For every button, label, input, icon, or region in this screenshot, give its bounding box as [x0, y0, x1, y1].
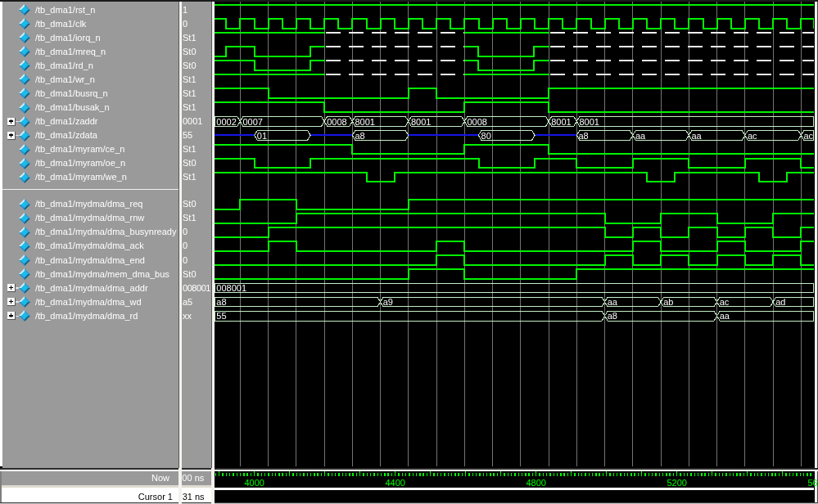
svg-text:4000: 4000 — [244, 478, 264, 488]
svg-text:008001: 008001 — [216, 283, 246, 293]
svg-text:80: 80 — [481, 131, 490, 141]
svg-text:a8: a8 — [355, 131, 364, 141]
svg-text:01: 01 — [256, 131, 266, 141]
svg-text:aa: aa — [691, 131, 702, 141]
svg-text:aa: aa — [607, 297, 617, 307]
svg-text:4800: 4800 — [526, 478, 545, 488]
svg-text:0008: 0008 — [327, 117, 346, 127]
svg-text:4400: 4400 — [385, 478, 404, 488]
svg-text:5600: 5600 — [807, 478, 817, 488]
svg-text:55: 55 — [216, 311, 226, 321]
svg-text:5200: 5200 — [667, 478, 686, 488]
svg-text:ac: ac — [719, 297, 729, 307]
svg-text:a8: a8 — [607, 311, 617, 321]
svg-text:8001: 8001 — [551, 117, 571, 127]
svg-text:8001: 8001 — [411, 117, 431, 127]
svg-text:ac: ac — [748, 131, 757, 141]
svg-text:a8: a8 — [216, 297, 226, 307]
svg-text:ad: ad — [775, 297, 785, 307]
svg-text:8001: 8001 — [579, 117, 599, 127]
svg-text:8001: 8001 — [355, 117, 374, 127]
svg-text:aa: aa — [719, 311, 730, 321]
svg-text:aa: aa — [635, 131, 646, 141]
svg-text:ab: ab — [663, 297, 673, 307]
svg-text:0002: 0002 — [216, 117, 236, 127]
svg-text:0008: 0008 — [467, 117, 486, 127]
svg-text:a9: a9 — [382, 297, 392, 307]
svg-text:0007: 0007 — [242, 117, 262, 127]
svg-text:ac: ac — [803, 131, 813, 141]
svg-text:a8: a8 — [578, 131, 588, 141]
